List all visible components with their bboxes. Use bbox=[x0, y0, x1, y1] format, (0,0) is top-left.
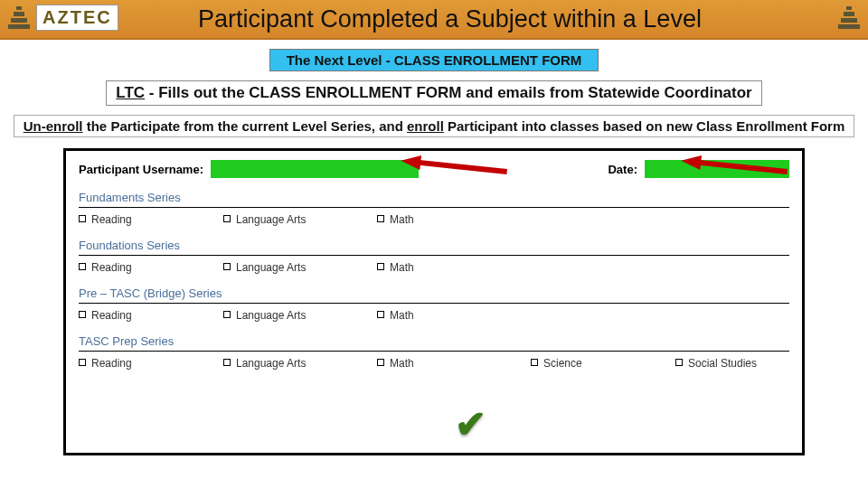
checkmark-icon: ✔ bbox=[455, 406, 486, 444]
svg-line-0 bbox=[417, 163, 506, 172]
checkbox-icon bbox=[79, 311, 86, 318]
checkbox-option[interactable]: Language Arts bbox=[223, 261, 377, 274]
checkbox-icon bbox=[79, 263, 86, 270]
checkbox-icon bbox=[223, 215, 231, 222]
username-field[interactable] bbox=[211, 160, 419, 178]
checkbox-icon bbox=[377, 215, 384, 222]
series-block: Pre – TASC (Bridge) Series Reading Langu… bbox=[79, 286, 789, 322]
page-title: Participant Completed a Subject within a… bbox=[0, 5, 868, 33]
subline-ltc: LTC bbox=[116, 84, 145, 101]
divider bbox=[79, 207, 789, 208]
pill-row: The Next Level - CLASS ENROLLMENT FORM bbox=[0, 49, 868, 71]
instr-unenroll: Un-enroll bbox=[24, 118, 83, 134]
checkbox-option[interactable]: Math bbox=[377, 261, 531, 274]
date-label: Date: bbox=[608, 163, 637, 176]
checkbox-option[interactable]: Science bbox=[531, 357, 675, 370]
svg-marker-3 bbox=[680, 154, 702, 170]
checkbox-option[interactable]: Math bbox=[377, 309, 531, 322]
svg-marker-1 bbox=[400, 154, 421, 170]
checkbox-option[interactable]: Reading bbox=[79, 261, 223, 274]
logo-right bbox=[835, 4, 863, 31]
pyramid-icon bbox=[835, 4, 863, 31]
series-block: Fundaments Series Reading Language Arts … bbox=[79, 191, 789, 226]
checkbox-option[interactable]: Math bbox=[377, 213, 531, 226]
checkbox-icon bbox=[223, 359, 231, 366]
subline-rest: - Fills out the CLASS ENROLLMENT FORM an… bbox=[145, 84, 752, 101]
checkbox-option[interactable]: Reading bbox=[79, 357, 223, 370]
instruction-box: Un-enroll the Participate from the curre… bbox=[14, 115, 855, 137]
subline-row: LTC - Fills out the CLASS ENROLLMENT FOR… bbox=[0, 80, 868, 106]
divider bbox=[79, 255, 789, 256]
divider bbox=[79, 351, 789, 352]
pyramid-icon bbox=[5, 4, 33, 31]
series-title: Fundaments Series bbox=[79, 191, 789, 204]
checkbox-option[interactable]: Social Studies bbox=[675, 357, 811, 370]
checkbox-option[interactable]: Language Arts bbox=[223, 213, 377, 226]
checkbox-option[interactable]: Math bbox=[377, 357, 531, 370]
checkbox-option[interactable]: Language Arts bbox=[223, 357, 377, 370]
checkbox-icon bbox=[377, 263, 384, 270]
option-row: Reading Language Arts Math bbox=[79, 309, 789, 322]
checkbox-icon bbox=[531, 359, 538, 366]
checkbox-option[interactable]: Reading bbox=[79, 213, 223, 226]
series-title: Foundations Series bbox=[79, 239, 789, 252]
checkbox-icon bbox=[223, 311, 231, 318]
series-title: TASC Prep Series bbox=[79, 334, 789, 348]
series-block: Foundations Series Reading Language Arts… bbox=[79, 239, 789, 274]
checkbox-icon bbox=[675, 359, 683, 366]
checkbox-option[interactable]: Language Arts bbox=[223, 309, 377, 322]
option-row: Reading Language Arts Math Science Socia… bbox=[79, 357, 789, 370]
checkbox-option[interactable]: Reading bbox=[79, 309, 223, 322]
username-label: Participant Username: bbox=[79, 163, 203, 176]
instr-enroll: enroll bbox=[407, 118, 444, 134]
checkbox-icon bbox=[79, 215, 86, 222]
series-block: TASC Prep Series Reading Language Arts M… bbox=[79, 334, 789, 370]
instruction-row: Un-enroll the Participate from the curre… bbox=[0, 115, 868, 137]
series-title: Pre – TASC (Bridge) Series bbox=[79, 286, 789, 300]
instr-mid2: Participant into classes based on new Cl… bbox=[444, 118, 844, 134]
subline-box: LTC - Fills out the CLASS ENROLLMENT FOR… bbox=[106, 80, 761, 106]
instr-mid1: the Participate from the current Level S… bbox=[83, 118, 407, 134]
next-level-pill: The Next Level - CLASS ENROLLMENT FORM bbox=[269, 49, 599, 71]
checkbox-icon bbox=[377, 311, 384, 318]
divider bbox=[79, 303, 789, 304]
checkbox-icon bbox=[79, 359, 86, 366]
option-row: Reading Language Arts Math bbox=[79, 261, 789, 274]
logo-left: AZTEC bbox=[5, 4, 118, 31]
checkbox-icon bbox=[377, 359, 384, 366]
svg-line-2 bbox=[697, 163, 787, 172]
class-enrollment-form: Participant Username: Date: Fundaments S… bbox=[63, 148, 805, 455]
checkbox-icon bbox=[223, 263, 231, 270]
brand-text: AZTEC bbox=[36, 5, 118, 31]
header-bar: AZTEC Participant Completed a Subject wi… bbox=[0, 0, 868, 40]
option-row: Reading Language Arts Math bbox=[79, 213, 789, 226]
